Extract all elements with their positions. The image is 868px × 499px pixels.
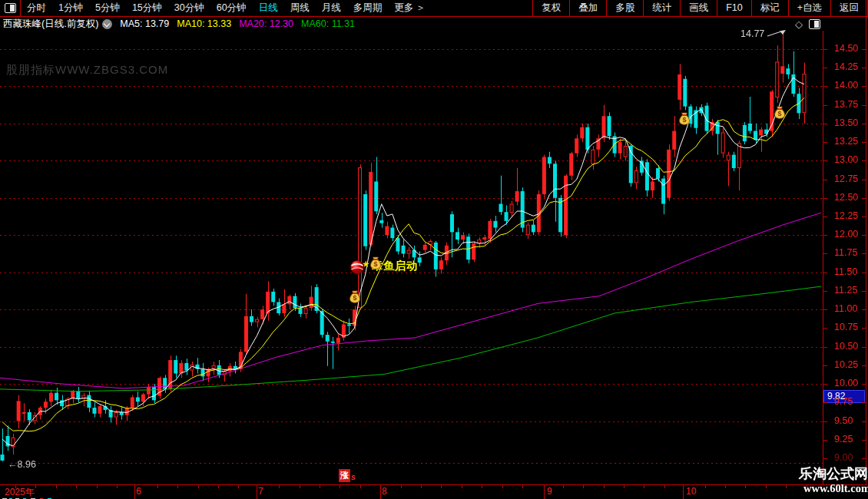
action-button-返回[interactable]: 返回: [831, 0, 868, 16]
svg-text:$: $: [373, 260, 377, 268]
y-axis-label: 11.75: [834, 247, 857, 258]
date-tick: [766, 485, 767, 488]
y-axis-tick: [862, 49, 866, 50]
date-tick: [401, 485, 402, 488]
title-bar-icons: ◇: [795, 18, 820, 30]
period-tab-30分钟[interactable]: 30分钟: [168, 0, 210, 16]
y-axis-tick: [823, 49, 827, 50]
y-axis-tick: [823, 86, 827, 87]
month-divider: [683, 485, 684, 499]
action-button-标记[interactable]: 标记: [752, 0, 789, 16]
y-axis-tick: [823, 198, 827, 199]
action-button-F10[interactable]: F10: [717, 0, 752, 16]
top-toolbar: 分时1分钟5分钟15分钟30分钟60分钟日线周线月线多周期更多 ＞ 复权叠加多股…: [0, 0, 868, 17]
y-axis-label: 11.25: [834, 285, 857, 296]
y-axis-label: 10.25: [834, 359, 858, 370]
diamond-icon[interactable]: ◇: [795, 18, 803, 30]
y-axis-tick: [862, 421, 866, 422]
y-axis-label: 9.00: [834, 452, 853, 463]
y-axis-tick: [862, 328, 866, 329]
action-button-+自选[interactable]: +自选: [789, 0, 831, 16]
period-tab-60分钟[interactable]: 60分钟: [210, 0, 253, 16]
period-tab-1分钟[interactable]: 1分钟: [52, 0, 89, 16]
layout-toggle-button[interactable]: [0, 0, 21, 16]
date-tick: [97, 485, 98, 488]
price-axis-border: [823, 31, 823, 498]
period-tab-更多 ＞[interactable]: 更多 ＞: [388, 0, 432, 16]
month-divider: [380, 485, 381, 499]
y-axis-tick: [823, 105, 827, 106]
y-axis-label: 9.50: [834, 415, 853, 426]
y-axis-label: 14.25: [834, 61, 858, 72]
tdx-stock-chart-window: { "toolbar": { "periods": [ {"label":"分时…: [0, 0, 868, 499]
y-axis-label: 12.25: [834, 210, 858, 221]
period-tab-多周期[interactable]: 多周期: [347, 0, 389, 16]
y-axis-tick: [823, 440, 827, 441]
y-axis-tick: [862, 384, 866, 385]
action-button-复权[interactable]: 复权: [533, 0, 570, 16]
period-tab-15分钟[interactable]: 15分钟: [126, 0, 168, 16]
money-bag-icon: $: [348, 289, 362, 303]
period-tab-周线[interactable]: 周线: [284, 0, 316, 16]
date-tick: [441, 485, 442, 488]
ma-label: MA60: 11.31: [301, 18, 355, 29]
chevron-down-icon[interactable]: [102, 19, 112, 29]
watermark-text: 股朋指标WWW.ZBGS3.COM: [6, 63, 168, 78]
date-label: 10: [686, 486, 696, 497]
y-axis-label: 14.50: [834, 43, 858, 54]
date-tick: [705, 485, 706, 488]
action-button-多股[interactable]: 多股: [607, 0, 644, 16]
date-label: 6: [136, 486, 141, 497]
y-axis-tick: [823, 347, 827, 348]
month-divider: [544, 485, 545, 499]
y-axis-label: 9.75: [834, 396, 853, 407]
ma-value-labels: MA5: 13.79MA10: 13.33MA20: 12.30MA60: 11…: [120, 18, 363, 29]
period-tabs: 分时1分钟5分钟15分钟30分钟60分钟日线周线月线多周期更多 ＞: [21, 0, 532, 16]
date-tick: [745, 485, 746, 488]
period-tab-5分钟[interactable]: 5分钟: [89, 0, 126, 16]
y-axis-label: 11.00: [834, 303, 857, 314]
y-axis-label: 13.25: [834, 136, 858, 147]
ma-label: MA5: 13.79: [120, 18, 169, 29]
y-axis-label: 12.75: [834, 173, 858, 184]
period-tab-分时[interactable]: 分时: [21, 0, 52, 16]
money-bag-icon: $: [773, 104, 787, 119]
y-axis-tick: [823, 216, 827, 217]
date-tick: [360, 485, 361, 488]
y-axis-tick: [862, 291, 866, 292]
action-button-叠加[interactable]: 叠加: [570, 0, 607, 16]
window-right-border: [866, 0, 866, 498]
y-axis-tick: [862, 235, 866, 236]
y-axis-tick: [823, 273, 827, 273]
svg-text:$: $: [777, 110, 781, 117]
y-axis-tick: [823, 142, 827, 143]
high-price-annotation: 14.77: [740, 28, 764, 39]
y-axis-tick: [862, 365, 866, 366]
y-axis-label: 10.50: [834, 341, 858, 352]
date-tick: [644, 485, 644, 488]
period-tab-日线[interactable]: 日线: [253, 0, 284, 16]
y-axis-tick: [823, 291, 827, 292]
date-tick: [35, 485, 36, 488]
y-axis-tick: [862, 68, 866, 68]
action-button-统计[interactable]: 统计: [644, 0, 681, 16]
candlestick-chart-canvas[interactable]: [0, 31, 823, 484]
date-label: 9: [547, 486, 552, 497]
y-axis-tick: [862, 253, 866, 254]
instrument-title: 西藏珠峰(日线.前复权): [3, 18, 98, 31]
date-tick: [583, 485, 584, 488]
split-pane-icon: [5, 3, 16, 13]
action-button-画线[interactable]: 画线: [681, 0, 717, 16]
y-axis-tick: [823, 309, 827, 310]
y-axis-tick: [823, 253, 827, 254]
period-tab-月线[interactable]: 月线: [316, 0, 347, 16]
y-axis-label: 12.50: [834, 192, 858, 203]
date-tick: [522, 485, 523, 488]
split-pane-icon[interactable]: [809, 19, 820, 29]
y-axis-tick: [823, 384, 827, 385]
month-divider: [257, 485, 257, 499]
y-axis-tick: [823, 235, 827, 236]
y-axis-tick: [862, 402, 866, 403]
date-tick: [320, 485, 320, 488]
date-tick: [725, 485, 726, 488]
